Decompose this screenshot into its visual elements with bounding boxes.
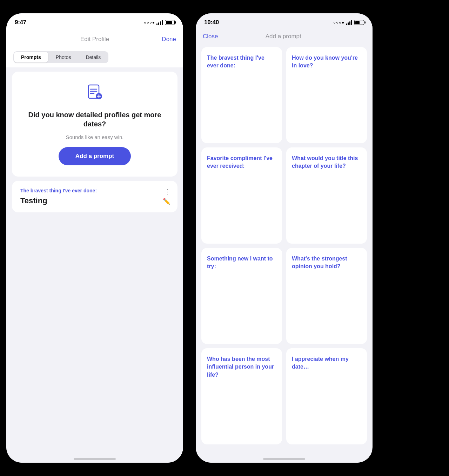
- prompt-tile-text-1: How do you know you're in love?: [292, 54, 361, 70]
- prompt-tile-text-4: Something new I want to try:: [207, 255, 276, 271]
- edit-pencil-icon[interactable]: ✏️: [163, 198, 170, 205]
- right-home-indicator: [196, 450, 373, 463]
- tab-prompts[interactable]: Prompts: [14, 52, 48, 62]
- rdot2: [336, 22, 338, 24]
- prompt-tile-7[interactable]: I appreciate when my date…: [286, 348, 367, 444]
- prompt-card-subtitle: Sounds like an easy win.: [66, 134, 123, 140]
- prompts-grid: The bravest thing I've ever done:How do …: [196, 46, 373, 450]
- rwifi-bar-2: [348, 22, 349, 25]
- three-dots-menu[interactable]: ⋮: [164, 188, 170, 196]
- dot1: [144, 22, 146, 24]
- left-content: Did you know detailed profiles get more …: [6, 67, 183, 450]
- left-status-bar: 9:47: [6, 13, 183, 32]
- right-nav-bar: Close Add a prompt: [196, 32, 373, 46]
- prompt-tile-text-7: I appreciate when my date…: [292, 355, 361, 371]
- wifi-bar-4: [162, 20, 163, 25]
- rdot1: [334, 22, 335, 24]
- rdot4: [342, 22, 344, 24]
- prompt-tile-0[interactable]: The bravest thing I've ever done:: [201, 47, 282, 143]
- left-status-icons: [144, 20, 175, 25]
- left-time: 9:47: [15, 19, 26, 26]
- segment-wrapper: Prompts Photos Details: [13, 51, 108, 63]
- rwifi-bar-1: [346, 24, 347, 25]
- right-time: 10:40: [204, 19, 219, 26]
- edit-profile-title: Edit Profile: [80, 36, 109, 43]
- dot2: [147, 22, 149, 24]
- dot4: [153, 22, 154, 24]
- prompt-tile-text-3: What would you title this chapter of you…: [292, 154, 361, 170]
- prompt-tile-text-5: What's the strongest opinion you hold?: [292, 255, 361, 271]
- home-bar: [74, 458, 116, 460]
- wifi-bar-2: [158, 22, 159, 25]
- existing-prompt-card: The bravest thing I've ever done: Testin…: [12, 181, 177, 212]
- prompt-tile-3[interactable]: What would you title this chapter of you…: [286, 147, 367, 244]
- battery-fill: [166, 21, 172, 24]
- right-home-bar: [263, 458, 305, 460]
- right-battery-fill: [355, 21, 360, 24]
- right-status-icons: [334, 20, 364, 25]
- dot3: [150, 22, 152, 24]
- add-prompt-button[interactable]: Add a prompt: [59, 147, 131, 165]
- add-prompt-title: Add a prompt: [266, 33, 301, 40]
- rdot3: [339, 22, 341, 24]
- prompt-tile-text-2: Favorite compliment I've ever received:: [207, 154, 276, 170]
- home-indicator: [6, 450, 183, 463]
- prompt-tile-text-6: Who has been the most influential person…: [207, 355, 276, 379]
- done-button[interactable]: Done: [162, 36, 176, 43]
- right-battery-icon: [354, 20, 364, 25]
- add-prompt-card: Did you know detailed profiles get more …: [12, 72, 177, 177]
- wifi-bar-1: [156, 24, 158, 25]
- prompt-tile-2[interactable]: Favorite compliment I've ever received:: [201, 147, 282, 244]
- rwifi-bar-3: [349, 21, 350, 25]
- right-signal-dots: [334, 22, 344, 24]
- prompt-card-title: Did you know detailed profiles get more …: [20, 110, 169, 128]
- tab-photos[interactable]: Photos: [49, 52, 78, 62]
- battery-icon: [165, 20, 175, 25]
- rwifi-bar-4: [351, 20, 352, 25]
- tab-details[interactable]: Details: [79, 52, 108, 62]
- prompt-tile-text-0: The bravest thing I've ever done:: [207, 54, 276, 70]
- existing-prompt-label: The bravest thing I've ever done:: [20, 188, 170, 193]
- existing-prompt-text: Testing: [20, 196, 170, 205]
- right-wifi-icon: [346, 20, 352, 25]
- prompt-tile-4[interactable]: Something new I want to try:: [201, 248, 282, 344]
- wifi-bar-3: [160, 21, 161, 25]
- left-nav-bar: Edit Profile Done: [6, 32, 183, 48]
- close-button[interactable]: Close: [203, 33, 218, 40]
- right-status-bar: 10:40: [196, 13, 373, 32]
- signal-dots: [144, 22, 154, 24]
- prompt-tile-6[interactable]: Who has been the most influential person…: [201, 348, 282, 444]
- wifi-icon: [156, 20, 163, 25]
- prompt-tile-1[interactable]: How do you know you're in love?: [286, 47, 367, 143]
- segment-control: Prompts Photos Details: [6, 48, 183, 67]
- prompt-tile-5[interactable]: What's the strongest opinion you hold?: [286, 248, 367, 344]
- document-plus-icon: [86, 83, 104, 105]
